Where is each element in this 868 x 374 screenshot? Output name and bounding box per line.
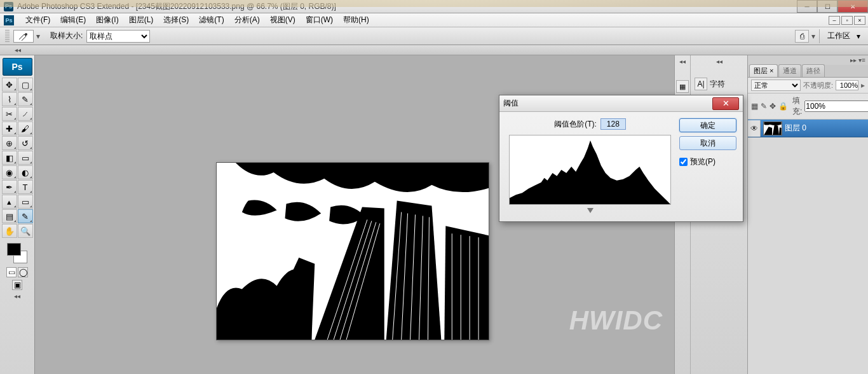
collapse-chevrons-icon[interactable]: ◂◂ xyxy=(0,46,35,53)
tab-paths[interactable]: 路径 xyxy=(802,64,825,77)
opacity-input[interactable] xyxy=(836,80,858,90)
ps-logo[interactable]: Ps xyxy=(3,58,32,76)
quickmask-mode-button[interactable]: ◯ xyxy=(18,267,28,277)
navigator-icon[interactable]: ▦ xyxy=(676,80,689,93)
histogram-slider[interactable] xyxy=(506,206,674,215)
stamp-tool[interactable]: ⊕ xyxy=(2,136,17,150)
ps-menu-icon[interactable]: Ps xyxy=(4,15,14,25)
document-image xyxy=(217,163,489,340)
fill-input[interactable] xyxy=(804,100,868,112)
lock-brush-icon[interactable]: ✎ xyxy=(761,102,767,111)
tab-channels[interactable]: 通道 xyxy=(778,64,801,77)
menu-item[interactable]: 编辑(E) xyxy=(55,13,91,27)
toolbox-collapse-icon[interactable]: ◂◂ xyxy=(14,293,20,300)
threshold-level-row: 阈值色阶(T): xyxy=(506,118,674,130)
menu-item[interactable]: 窗口(W) xyxy=(301,13,338,27)
chevron-down-icon[interactable]: ▾ xyxy=(854,32,863,41)
notes-tool[interactable]: ▤ xyxy=(2,209,17,223)
menu-item[interactable]: 滤镜(T) xyxy=(194,13,229,27)
workspace-label: 工作区 xyxy=(827,31,850,41)
dialog-body: 阈值色阶(T): 确定 取消 预览(P) xyxy=(499,112,743,221)
lock-row: ▦ ✎ ✥ 🔒 填充: ▸ xyxy=(748,94,868,120)
lasso-tool[interactable]: ⌇ xyxy=(2,92,17,106)
blur-tool[interactable]: ◉ xyxy=(2,165,17,179)
menu-item[interactable]: 视图(V) xyxy=(265,13,301,27)
options-bar: ▾ 取样大小: 取样点 ⎙ ▾ 工作区 ▾ xyxy=(0,27,868,45)
path-select-tool[interactable]: ▴ xyxy=(2,195,17,209)
character-panel-button[interactable]: A| 字符 xyxy=(691,75,747,93)
foreground-color-swatch[interactable] xyxy=(7,243,21,256)
slice-tool[interactable]: ⟋ xyxy=(18,107,33,121)
sample-size-select[interactable]: 取样点 xyxy=(86,30,150,43)
fill-label: 填充: xyxy=(792,95,802,117)
move-tool[interactable]: ✥ xyxy=(2,78,17,92)
quick-select-tool[interactable]: ✎ xyxy=(18,92,33,106)
layer-name: 图层 0 xyxy=(785,123,806,134)
chevron-down-icon[interactable]: ▾ xyxy=(811,32,815,41)
dodge-tool[interactable]: ◐ xyxy=(18,165,33,179)
preview-checkbox-row[interactable]: 预览(P) xyxy=(679,156,736,167)
document-window[interactable] xyxy=(216,162,489,340)
menu-item[interactable]: 选择(S) xyxy=(158,13,194,27)
color-swatches[interactable] xyxy=(4,242,30,265)
menu-item[interactable]: 图像(I) xyxy=(91,13,123,27)
screen-mode-buttons: ▣ xyxy=(12,280,22,290)
dialog-title: 阈值 xyxy=(503,98,519,109)
screen-mode-button[interactable]: ▣ xyxy=(12,280,22,290)
zoom-tool[interactable]: 🔍 xyxy=(18,224,33,238)
eyedropper-tool[interactable]: ✎ xyxy=(18,209,33,223)
threshold-level-label: 阈值色阶(T): xyxy=(554,119,597,130)
blend-mode-select[interactable]: 正常 xyxy=(751,80,801,91)
hand-tool[interactable]: ✋ xyxy=(2,224,17,238)
layer-thumbnail[interactable] xyxy=(763,121,782,135)
slider-handle-icon[interactable] xyxy=(587,208,593,213)
go-bridge-button[interactable]: ⎙ xyxy=(795,30,809,43)
panel-collapse-icon[interactable]: ▸▸ ▾≡ xyxy=(748,55,868,65)
options-grip[interactable] xyxy=(5,30,10,43)
dialog-buttons: 确定 取消 预览(P) xyxy=(679,118,736,215)
ok-button[interactable]: 确定 xyxy=(679,118,736,132)
marquee-tool[interactable]: ▢ xyxy=(18,78,33,92)
doc-restore-button[interactable]: ▫ xyxy=(841,16,853,25)
dialog-close-button[interactable]: ✕ xyxy=(712,97,739,110)
standard-mode-button[interactable]: ▭ xyxy=(6,267,17,277)
doc-close-button[interactable]: × xyxy=(854,16,865,25)
watermark: HWIDC xyxy=(569,305,663,336)
toolbox: Ps ✥ ▢ ⌇ ✎ ✂ ⟋ ✚ 🖌 ⊕ ↺ ◧ ▭ ◉ ◐ ✒ T ▴ ▭ ▤… xyxy=(0,55,35,374)
menu-item[interactable]: 文件(F) xyxy=(20,13,55,27)
lock-transparency-icon[interactable]: ▦ xyxy=(751,102,758,111)
brush-tool[interactable]: 🖌 xyxy=(18,121,33,135)
chevron-right-icon[interactable]: ▸ xyxy=(861,81,865,90)
background-photo-strip xyxy=(0,0,868,7)
layer-item[interactable]: 👁 图层 0 xyxy=(748,120,868,137)
doc-minimize-button[interactable]: – xyxy=(829,16,840,25)
gradient-tool[interactable]: ▭ xyxy=(18,151,33,165)
menu-item[interactable]: 帮助(H) xyxy=(338,13,374,27)
menu-bar: Ps 文件(F)编辑(E)图像(I)图层(L)选择(S)滤镜(T)分析(A)视图… xyxy=(0,13,868,27)
crop-tool[interactable]: ✂ xyxy=(2,107,17,121)
lock-move-icon[interactable]: ✥ xyxy=(770,102,776,111)
tab-layers[interactable]: 图层 × xyxy=(749,64,778,77)
svg-point-0 xyxy=(25,33,27,36)
history-brush-tool[interactable]: ↺ xyxy=(18,136,33,150)
expand-chevrons-icon[interactable]: ◂◂ xyxy=(716,58,722,65)
visibility-toggle-icon[interactable]: 👁 xyxy=(748,120,761,137)
shape-tool[interactable]: ▭ xyxy=(18,195,33,209)
dialog-left: 阈值色阶(T): xyxy=(506,118,674,215)
panel-tabs: 图层 × 通道 路径 xyxy=(748,65,868,78)
lock-all-icon[interactable]: 🔒 xyxy=(778,102,787,111)
expand-chevrons-icon[interactable]: ◂◂ xyxy=(679,58,686,65)
healing-tool[interactable]: ✚ xyxy=(2,121,17,135)
menu-item[interactable]: 分析(A) xyxy=(229,13,265,27)
eraser-tool[interactable]: ◧ xyxy=(2,151,17,165)
menu-item[interactable]: 图层(L) xyxy=(124,13,159,27)
preview-checkbox[interactable] xyxy=(679,158,688,166)
histogram[interactable] xyxy=(509,135,671,205)
threshold-level-input[interactable] xyxy=(600,118,626,130)
tool-preset-picker[interactable] xyxy=(13,30,34,43)
dialog-titlebar[interactable]: 阈值 ✕ xyxy=(499,95,743,112)
cancel-button[interactable]: 取消 xyxy=(679,136,736,150)
chevron-down-icon[interactable]: ▾ xyxy=(36,32,40,41)
type-tool[interactable]: T xyxy=(18,180,33,194)
pen-tool[interactable]: ✒ xyxy=(2,180,17,194)
